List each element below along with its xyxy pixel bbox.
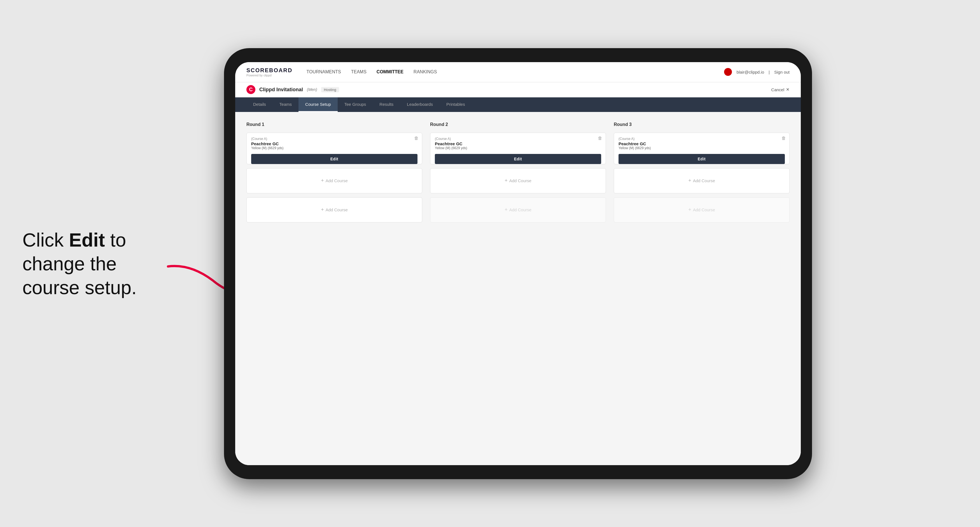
round-2-course-name: Peachtree GC bbox=[435, 141, 601, 146]
nav-links: TOURNAMENTS TEAMS COMMITTEE RANKINGS bbox=[306, 70, 437, 75]
round-3-add-course-1[interactable]: + Add Course bbox=[614, 168, 790, 194]
round-2-column: Round 2 🗑 (Course A) Peachtree GC Yellow… bbox=[430, 122, 606, 222]
instruction-bold: Edit bbox=[69, 229, 105, 250]
sign-out-link[interactable]: Sign out bbox=[774, 70, 790, 75]
page-wrapper: Click Edit tochange thecourse setup. SCO… bbox=[0, 0, 980, 527]
plus-icon: + bbox=[321, 178, 324, 184]
instruction-text: Click Edit tochange thecourse setup. bbox=[22, 228, 137, 299]
separator: | bbox=[768, 70, 770, 75]
tournament-name: Clippd Invitational bbox=[259, 87, 303, 93]
tab-teams[interactable]: Teams bbox=[273, 97, 299, 112]
round-1-edit-button[interactable]: Edit bbox=[251, 154, 417, 164]
tab-course-setup[interactable]: Course Setup bbox=[299, 97, 338, 112]
round-3-add-course-2: + Add Course bbox=[614, 197, 790, 222]
add-course-label: Add Course bbox=[509, 207, 531, 212]
logo-sub: Powered by clippd bbox=[247, 74, 272, 77]
tab-details[interactable]: Details bbox=[247, 97, 273, 112]
round-3-title: Round 3 bbox=[614, 122, 790, 127]
tab-printables[interactable]: Printables bbox=[440, 97, 472, 112]
round-2-course-card: 🗑 (Course A) Peachtree GC Yellow (M) (66… bbox=[430, 133, 606, 164]
plus-icon: + bbox=[321, 207, 324, 213]
tablet-screen: SCOREBOARD Powered by clippd TOURNAMENTS… bbox=[235, 62, 801, 465]
plus-icon: + bbox=[504, 207, 508, 213]
round-3-course-card: 🗑 (Course A) Peachtree GC Yellow (M) (66… bbox=[614, 133, 790, 164]
tab-bar: Details Teams Course Setup Tee Groups Re… bbox=[235, 97, 801, 112]
round-3-edit-button[interactable]: Edit bbox=[619, 154, 785, 164]
round-1-delete-button[interactable]: 🗑 bbox=[414, 136, 418, 141]
tab-leaderboards[interactable]: Leaderboards bbox=[400, 97, 440, 112]
nav-rankings[interactable]: RANKINGS bbox=[414, 70, 437, 75]
round-2-add-course-1[interactable]: + Add Course bbox=[430, 168, 606, 194]
add-course-label: Add Course bbox=[509, 178, 531, 183]
plus-icon: + bbox=[504, 178, 508, 184]
round-2-course-label: (Course A) bbox=[435, 137, 601, 141]
main-content: Round 1 🗑 (Course A) Peachtree GC Yellow… bbox=[235, 112, 801, 465]
sub-header: C Clippd Invitational (Men) Hosting Canc… bbox=[235, 82, 801, 97]
tab-tee-groups[interactable]: Tee Groups bbox=[338, 97, 373, 112]
round-1-column: Round 1 🗑 (Course A) Peachtree GC Yellow… bbox=[247, 122, 422, 222]
logo-area: SCOREBOARD Powered by clippd bbox=[247, 67, 292, 77]
nav-right: blair@clippd.io | Sign out bbox=[724, 68, 790, 76]
round-2-course-details: Yellow (M) (6629 yds) bbox=[435, 146, 601, 150]
add-course-label: Add Course bbox=[693, 207, 715, 212]
tablet-frame: SCOREBOARD Powered by clippd TOURNAMENTS… bbox=[224, 48, 812, 479]
tab-results[interactable]: Results bbox=[373, 97, 400, 112]
rounds-grid: Round 1 🗑 (Course A) Peachtree GC Yellow… bbox=[247, 122, 790, 222]
round-3-column: Round 3 🗑 (Course A) Peachtree GC Yellow… bbox=[614, 122, 790, 222]
round-1-add-course-1[interactable]: + Add Course bbox=[247, 168, 422, 194]
nav-left: SCOREBOARD Powered by clippd TOURNAMENTS… bbox=[247, 67, 437, 77]
round-2-title: Round 2 bbox=[430, 122, 606, 127]
tournament-gender: (Men) bbox=[307, 87, 317, 92]
hosting-badge: Hosting bbox=[321, 87, 339, 92]
add-course-label: Add Course bbox=[326, 178, 348, 183]
top-nav: SCOREBOARD Powered by clippd TOURNAMENTS… bbox=[235, 62, 801, 82]
plus-icon: + bbox=[688, 178, 691, 184]
logo-text: SCOREBOARD bbox=[247, 67, 292, 74]
c-logo: C bbox=[247, 85, 255, 94]
close-icon: ✕ bbox=[786, 87, 790, 92]
round-3-course-label: (Course A) bbox=[619, 137, 785, 141]
user-avatar bbox=[724, 68, 732, 76]
round-2-add-course-2: + Add Course bbox=[430, 197, 606, 222]
round-1-course-name: Peachtree GC bbox=[251, 141, 417, 146]
add-course-label: Add Course bbox=[693, 178, 715, 183]
add-course-label: Add Course bbox=[326, 207, 348, 212]
round-1-add-course-2[interactable]: + Add Course bbox=[247, 197, 422, 222]
nav-committee[interactable]: COMMITTEE bbox=[377, 70, 404, 75]
plus-icon: + bbox=[688, 207, 691, 213]
round-2-delete-button[interactable]: 🗑 bbox=[598, 136, 602, 141]
user-email: blair@clippd.io bbox=[737, 70, 764, 75]
round-1-title: Round 1 bbox=[247, 122, 422, 127]
round-3-course-name: Peachtree GC bbox=[619, 141, 785, 146]
round-1-course-label: (Course A) bbox=[251, 137, 417, 141]
nav-teams[interactable]: TEAMS bbox=[351, 70, 366, 75]
sub-header-left: C Clippd Invitational (Men) Hosting bbox=[247, 85, 339, 94]
round-3-delete-button[interactable]: 🗑 bbox=[781, 136, 786, 141]
cancel-button[interactable]: Cancel ✕ bbox=[771, 87, 790, 92]
nav-tournaments[interactable]: TOURNAMENTS bbox=[306, 70, 341, 75]
round-2-edit-button[interactable]: Edit bbox=[435, 154, 601, 164]
round-3-course-details: Yellow (M) (6629 yds) bbox=[619, 146, 785, 150]
round-1-course-card: 🗑 (Course A) Peachtree GC Yellow (M) (66… bbox=[247, 133, 422, 164]
round-1-course-details: Yellow (M) (6629 yds) bbox=[251, 146, 417, 150]
